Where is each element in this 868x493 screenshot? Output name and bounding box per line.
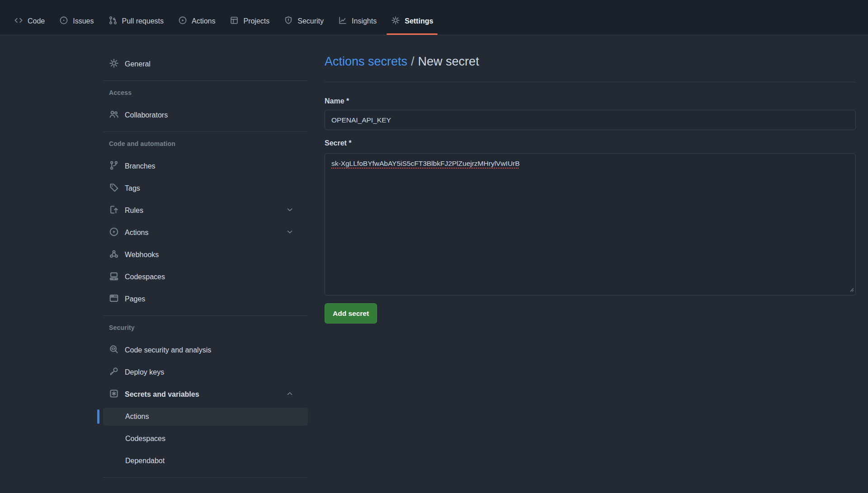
sidebar-item-actions[interactable]: Actions — [103, 224, 308, 242]
code-scan-icon — [109, 344, 125, 356]
sidebar-item-label: Codespaces — [125, 273, 165, 281]
tab-label: Pull requests — [122, 17, 164, 25]
sidebar-item-secrets-variables[interactable]: Secrets and variables — [103, 385, 308, 404]
sidebar-divider — [103, 80, 308, 81]
sidebar-item-pages[interactable]: Pages — [103, 290, 308, 308]
tab-pull-requests[interactable]: Pull requests — [101, 8, 171, 35]
sidebar-item-label: Actions — [125, 229, 148, 237]
sidebar-item-codespaces[interactable]: Codespaces — [103, 268, 308, 286]
secret-value-textarea[interactable]: sk-XgLLfoBYfwAbAY5iS5cFT3BlbkFJ2PlZuejrz… — [325, 153, 856, 296]
add-secret-button[interactable]: Add secret — [325, 303, 377, 324]
tab-issues[interactable]: Issues — [52, 8, 101, 35]
sidebar-subitem-codespaces[interactable]: Codespaces — [103, 430, 308, 448]
people-icon — [109, 109, 125, 121]
webhook-icon — [109, 249, 125, 261]
tab-label: Settings — [405, 17, 433, 25]
sidebar-item-deploy-keys[interactable]: Deploy keys — [103, 363, 308, 381]
page-title: Actions secrets/New secret — [325, 53, 856, 70]
graph-icon — [338, 16, 347, 27]
sidebar-item-label: Pages — [125, 295, 145, 303]
name-field-label: Name * — [325, 97, 856, 107]
sidebar-item-branches[interactable]: Branches — [103, 157, 308, 175]
breadcrumb-current: New secret — [418, 55, 479, 68]
sidebar-item-tags[interactable]: Tags — [103, 179, 308, 197]
tab-security[interactable]: Security — [277, 8, 331, 35]
chevron-down-icon — [286, 206, 300, 216]
chevron-up-icon — [286, 390, 300, 399]
shield-icon — [284, 16, 293, 27]
sidebar-divider — [103, 315, 308, 316]
tab-label: Projects — [243, 17, 269, 25]
tab-projects[interactable]: Projects — [222, 8, 277, 35]
sidebar-divider — [103, 477, 308, 478]
tab-code[interactable]: Code — [7, 8, 52, 35]
sidebar-section-access: Access — [97, 88, 308, 97]
issue-opened-icon — [59, 16, 68, 27]
tab-label: Insights — [352, 17, 377, 25]
tab-insights[interactable]: Insights — [331, 8, 384, 35]
key-icon — [109, 366, 125, 378]
secret-value-text: sk-XgLLfoBYfwAbAY5iS5cFT3BlbkFJ2PlZuejrz… — [331, 160, 520, 167]
gear-icon — [391, 16, 400, 27]
tab-label: Security — [297, 17, 324, 25]
tab-label: Actions — [192, 17, 215, 25]
browser-icon — [109, 293, 125, 305]
selected-indicator — [97, 409, 99, 424]
project-table-icon — [230, 16, 239, 27]
sidebar-item-label: General — [125, 60, 151, 68]
sidebar-item-label: Collaborators — [125, 111, 168, 119]
tab-settings[interactable]: Settings — [384, 8, 440, 35]
git-pull-request-icon — [108, 16, 118, 27]
sidebar-item-label: Code security and analysis — [125, 346, 211, 354]
repo-tab-bar: Code Issues Pull requests Actions Projec… — [0, 0, 868, 35]
settings-sidebar: General Access Collaborators Code and au… — [97, 35, 308, 485]
sidebar-item-label: Webhooks — [125, 251, 159, 259]
play-circle-icon — [178, 16, 187, 27]
secret-field-label: Secret * — [325, 139, 856, 149]
sidebar-item-label: Deploy keys — [125, 368, 164, 376]
sidebar-item-collaborators[interactable]: Collaborators — [103, 106, 308, 124]
tab-actions[interactable]: Actions — [171, 8, 222, 35]
secrets-asterisk-icon — [109, 389, 125, 400]
sidebar-item-general[interactable]: General — [103, 55, 308, 73]
sidebar-subitem-dependabot[interactable]: Dependabot — [103, 452, 308, 470]
sidebar-section-code-automation: Code and automation — [97, 139, 308, 148]
tag-icon — [109, 183, 125, 194]
chevron-down-icon — [286, 228, 300, 238]
sidebar-item-label: Branches — [125, 162, 156, 170]
sidebar-item-webhooks[interactable]: Webhooks — [103, 246, 308, 264]
textarea-resize-handle[interactable] — [849, 286, 854, 294]
active-tab-underline — [387, 33, 438, 35]
rules-icon — [109, 205, 125, 216]
sidebar-divider — [103, 131, 308, 132]
tab-label: Code — [28, 17, 45, 25]
sidebar-item-label: Dependabot — [125, 457, 165, 465]
secret-name-input[interactable] — [325, 110, 856, 130]
breadcrumb-separator: / — [407, 55, 418, 68]
sidebar-item-label: Codespaces — [125, 435, 165, 443]
sidebar-item-rules[interactable]: Rules — [103, 202, 308, 220]
codespaces-icon — [109, 271, 125, 283]
title-divider — [325, 82, 856, 82]
sidebar-item-label: Tags — [125, 184, 140, 193]
main-panel: Actions secrets/New secret Name * Secret… — [325, 35, 856, 324]
sidebar-item-label: Secrets and variables — [125, 390, 199, 399]
sidebar-section-security: Security — [97, 323, 308, 332]
git-branch-icon — [109, 160, 125, 172]
sidebar-subitem-actions[interactable]: Actions — [103, 408, 308, 426]
actions-secrets-breadcrumb-link[interactable]: Actions secrets — [325, 55, 407, 68]
gear-icon — [109, 58, 125, 70]
sidebar-item-label: Actions — [125, 413, 149, 421]
sidebar-item-code-security[interactable]: Code security and analysis — [103, 341, 308, 359]
tab-label: Issues — [73, 17, 94, 25]
sidebar-item-label: Rules — [125, 207, 143, 215]
code-icon — [14, 16, 23, 27]
play-circle-icon — [109, 227, 125, 239]
